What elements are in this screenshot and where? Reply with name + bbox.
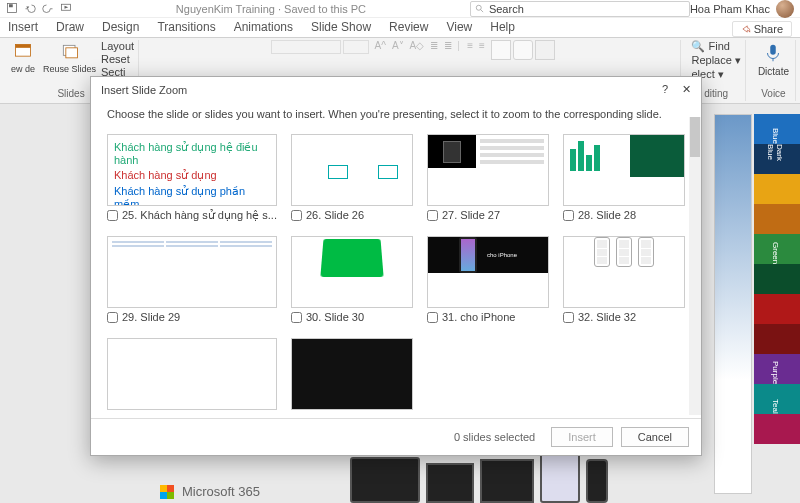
slide-checkbox[interactable] [427,210,438,221]
mic-icon [762,42,784,64]
selected-count: 0 slides selected [454,431,535,443]
slide-card[interactable]: 29. Slide 29 [107,236,277,327]
slide-options: Layout Reset Secti [101,40,134,78]
slide-card[interactable]: 32. Slide 32 [563,236,685,327]
new-slide-button[interactable]: ew de [8,40,38,76]
dictate-button[interactable]: Dictate [756,40,791,79]
slide-grid: Khách hàng sử dụng hệ điều hànhKhách hàn… [91,130,701,418]
slide-checkbox[interactable] [563,312,574,323]
search-box[interactable]: Search [470,1,690,17]
share-icon [741,24,751,34]
insert-slide-zoom-dialog: Insert Slide Zoom ? ✕ Choose the slide o… [90,76,702,456]
svg-point-3 [476,5,481,10]
tab-design[interactable]: Design [102,17,139,37]
file-name: NguyenKim Training · Saved to this PC [72,3,470,15]
swatch[interactable]: Blue [754,114,800,144]
group-label-editing: diting [704,88,728,101]
search-icon [475,4,485,14]
redo-icon[interactable] [42,2,54,16]
dialog-footer: 0 slides selected Insert Cancel [91,418,701,455]
microsoft-logo-icon [160,485,174,499]
design-preview [714,114,752,494]
swatch[interactable]: Purple [754,354,800,384]
slide-card[interactable]: 26. Slide 26 [291,134,413,226]
tab-draw[interactable]: Draw [56,17,84,37]
find-button[interactable]: 🔍 Find [691,40,740,53]
align[interactable]: ≡ [479,40,485,51]
avatar[interactable] [776,0,794,18]
user-area[interactable]: Hoa Pham Khac [690,0,794,18]
tab-slideshow[interactable]: Slide Show [311,17,371,37]
share-button[interactable]: Share [732,21,792,37]
slide-checkbox[interactable] [291,210,302,221]
font-grow[interactable]: A^ [375,40,386,51]
slide-card[interactable]: cho iPhone31. cho iPhone [427,236,549,327]
tab-insert[interactable]: Insert [8,17,38,37]
bullets[interactable]: ≣ [430,40,438,51]
layout-button[interactable]: Layout [101,40,134,52]
slide-checkbox[interactable] [563,210,574,221]
quick-access-toolbar [6,2,72,16]
undo-icon[interactable] [24,2,36,16]
save-icon[interactable] [6,2,18,16]
slide-checkbox[interactable] [291,312,302,323]
slide-checkbox[interactable] [107,210,118,221]
dialog-titlebar: Insert Slide Zoom ? ✕ [91,77,701,102]
insert-button[interactable]: Insert [551,427,613,447]
scrollbar-thumb[interactable] [690,117,700,157]
group-voice: Dictate Voice [752,40,796,101]
group-label-voice: Voice [761,88,785,101]
swatch[interactable] [754,414,800,444]
svg-rect-5 [16,45,31,48]
dialog-description: Choose the slide or slides you want to i… [91,102,701,130]
tab-review[interactable]: Review [389,17,428,37]
slide-card[interactable] [107,338,277,414]
close-button[interactable]: ✕ [682,83,691,96]
swatch[interactable] [754,174,800,204]
help-button[interactable]: ? [662,83,668,96]
slideshow-icon[interactable] [60,2,72,16]
user-name: Hoa Pham Khac [690,3,770,15]
slide-checkbox[interactable] [107,312,118,323]
swatch[interactable]: Dark Blue [754,144,800,174]
shapes-gallery[interactable] [491,40,555,60]
group-label-slides: Slides [57,88,84,101]
color-swatches: BlueDark BlueGreenPurpleTeal [754,114,800,444]
swatch[interactable] [754,294,800,324]
numbering[interactable]: ≣ [444,40,452,51]
search-placeholder: Search [489,3,524,15]
title-bar: NguyenKim Training · Saved to this PC Se… [0,0,800,18]
clear-format[interactable]: A◇ [410,40,425,51]
slide-card[interactable]: 27. Slide 27 [427,134,549,226]
tab-help[interactable]: Help [490,17,515,37]
cancel-button[interactable]: Cancel [621,427,689,447]
swatch[interactable] [754,324,800,354]
dialog-scrollbar[interactable] [689,117,701,415]
tab-animations[interactable]: Animations [234,17,293,37]
font-box[interactable] [271,40,369,54]
swatch[interactable] [754,264,800,294]
slide-card[interactable]: Khách hàng sử dụng hệ điều hànhKhách hàn… [107,134,277,226]
reset-button[interactable]: Reset [101,53,134,65]
reuse-slides-button[interactable]: Reuse Slides [41,40,98,76]
m365-branding: Microsoft 365 [160,484,260,499]
replace-button[interactable]: Replace ▾ [691,54,740,67]
swatch[interactable]: Green [754,234,800,264]
swatch[interactable] [754,204,800,234]
font-shrink[interactable]: A˅ [392,40,404,51]
tab-transitions[interactable]: Transitions [157,17,215,37]
indent[interactable]: ⎸≡ [458,40,473,52]
dialog-title: Insert Slide Zoom [101,84,187,96]
svg-rect-1 [9,4,13,7]
swatch[interactable]: Teal [754,384,800,414]
slide-card[interactable] [291,338,413,414]
svg-rect-8 [771,45,777,55]
slide-card[interactable]: 28. Slide 28 [563,134,685,226]
tab-view[interactable]: View [446,17,472,37]
ribbon-tabs: Insert Draw Design Transitions Animation… [0,18,800,38]
slide-card[interactable]: 30. Slide 30 [291,236,413,327]
svg-rect-7 [65,48,77,58]
slide-checkbox[interactable] [427,312,438,323]
